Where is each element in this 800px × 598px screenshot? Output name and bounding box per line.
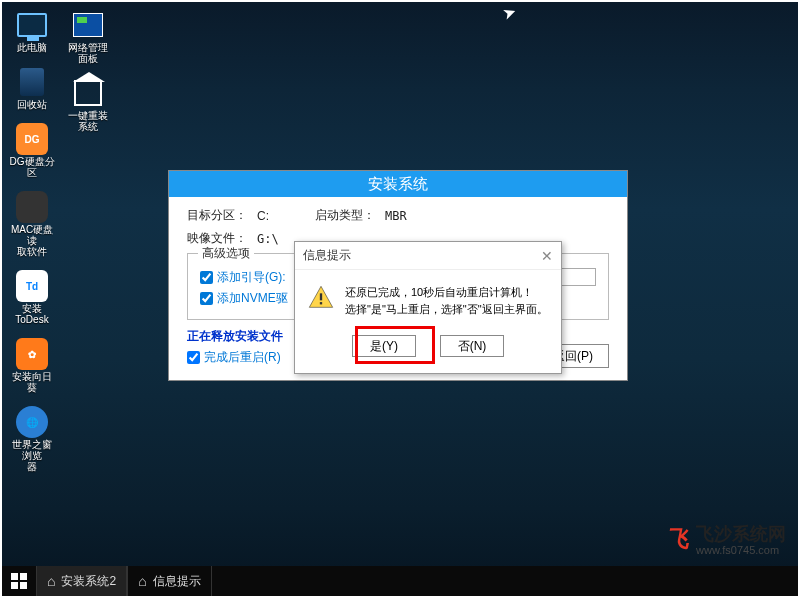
taskbar-item-dialog[interactable]: ⌂ 信息提示 [127,566,211,596]
monitor-icon [17,13,47,37]
globe-icon: 🌐 [16,406,48,438]
watermark: 飞 飞沙系统网 www.fs0745.com [668,522,786,556]
todesk-badge-icon: Td [16,270,48,302]
warning-icon [307,284,335,312]
svg-rect-2 [11,573,18,580]
info-dialog: 信息提示 ✕ 还原已完成，10秒后自动重启计算机！ 选择"是"马上重启，选择"否… [294,241,562,374]
dg-partition-icon[interactable]: DG DG硬盘分区 [8,124,56,178]
sunflower-icon[interactable]: ✿ 安装向日葵 [8,339,56,393]
bin-icon [20,68,44,96]
reinstall-icon[interactable]: 一键重装系统 [64,78,112,132]
dialog-titlebar[interactable]: 信息提示 ✕ [295,242,561,270]
svg-rect-0 [320,293,322,300]
recycle-bin-icon[interactable]: 回收站 [8,67,56,110]
icon-label: MAC硬盘读 取软件 [8,224,56,257]
this-pc-icon[interactable]: 此电脑 [8,10,56,53]
svg-rect-5 [20,582,27,589]
target-partition-label: 目标分区： [187,207,251,224]
taskbar-item-label: 信息提示 [153,573,201,590]
dialog-msg-line1: 还原已完成，10秒后自动重启计算机！ [345,284,548,301]
icon-label: 一键重装系统 [64,110,112,132]
windows-icon [11,573,27,589]
house-icon: ⌂ [47,573,55,589]
taskbar: ⌂ 安装系统2 ⌂ 信息提示 [2,566,798,596]
watermark-url: www.fs0745.com [696,544,786,556]
add-nvme-label: 添加NVME驱 [217,290,288,307]
house-icon: ⌂ [138,573,146,589]
icon-label: 世界之窗浏览 器 [8,439,56,472]
dg-badge-icon: DG [16,123,48,155]
dialog-title: 信息提示 [303,247,351,264]
mac-disk-icon[interactable]: MAC硬盘读 取软件 [8,192,56,257]
close-icon[interactable]: ✕ [541,248,553,264]
svg-rect-4 [11,582,18,589]
boot-type-value: MBR [385,209,407,223]
svg-rect-3 [20,573,27,580]
installer-titlebar[interactable]: 安装系统 [169,171,627,197]
icon-label: 网络管理面板 [64,42,112,64]
dialog-message: 还原已完成，10秒后自动重启计算机！ 选择"是"马上重启，选择"否"返回主界面。 [345,284,548,317]
restart-label: 完成后重启(R) [204,349,281,366]
taskbar-item-installer[interactable]: ⌂ 安装系统2 [36,566,127,596]
boot-type-label: 启动类型： [315,207,379,224]
add-boot-label: 添加引导(G): [217,269,286,286]
add-boot-input[interactable] [200,271,213,284]
start-button[interactable] [2,566,36,596]
yes-button[interactable]: 是(Y) [352,335,416,357]
target-partition-value: C: [257,209,269,223]
icon-label: 此电脑 [17,42,47,53]
todesk-icon[interactable]: Td 安装ToDesk [8,271,56,325]
apple-icon [16,191,48,223]
image-file-value: G:\ [257,232,279,246]
icon-label: 安装向日葵 [8,371,56,393]
dialog-msg-line2: 选择"是"马上重启，选择"否"返回主界面。 [345,301,548,318]
watermark-logo-icon: 飞 [665,524,692,554]
icon-label: 安装ToDesk [8,303,56,325]
network-panel-icon[interactable]: 网络管理面板 [64,10,112,64]
svg-rect-1 [320,302,322,304]
icon-label: DG硬盘分区 [8,156,56,178]
sunflower-badge-icon: ✿ [16,338,48,370]
advanced-legend: 高级选项 [198,245,254,262]
add-nvme-input[interactable] [200,292,213,305]
no-button[interactable]: 否(N) [440,335,504,357]
taskbar-item-label: 安装系统2 [61,573,116,590]
house-icon [74,80,102,106]
icon-label: 回收站 [17,99,47,110]
cursor-icon: ➤ [500,1,519,23]
browser-icon[interactable]: 🌐 世界之窗浏览 器 [8,407,56,472]
restart-input[interactable] [187,351,200,364]
dashboard-icon [73,13,103,37]
watermark-title: 飞沙系统网 [696,522,786,546]
